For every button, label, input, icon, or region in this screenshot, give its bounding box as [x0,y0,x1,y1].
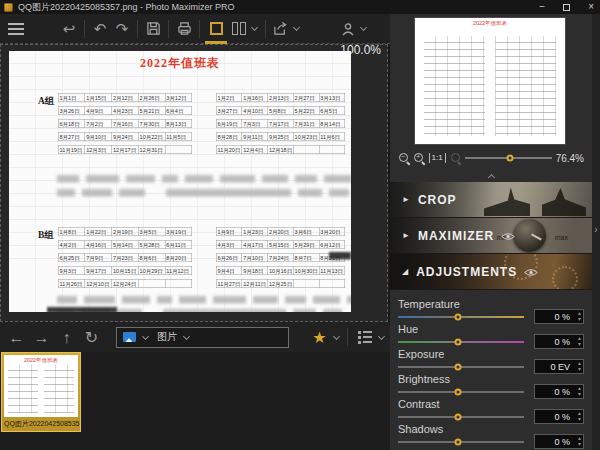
crop-band-art [484,186,530,216]
date-cell: 3月20日 [319,227,345,236]
previous-image-button[interactable]: ← [4,326,29,348]
spinner-arrows-icon[interactable]: ▴▾ [578,360,581,372]
adjustment-slider-handle[interactable] [455,413,462,420]
date-cell: 8月6日 [138,253,165,262]
adjustment-slider[interactable] [398,366,524,368]
minimize-button[interactable]: − [539,2,545,12]
undo-button[interactable]: ↶ [89,18,111,40]
adjustments-visibility-eye-icon[interactable] [524,263,538,281]
adjustment-value-box[interactable]: 0 % ▴▾ [534,409,584,424]
date-cell: 11月26日 [58,279,85,288]
split-view-chevron-icon[interactable] [251,24,258,31]
actual-size-button[interactable]: 1:1 [429,153,446,163]
zoom-in-icon[interactable]: + [413,152,424,164]
date-cell: 1月8日 [58,227,85,236]
date-cell: 6月25日 [58,253,85,262]
adjustment-value-box[interactable]: 0 % ▴▾ [534,434,584,449]
group-a-left-table: 1月1日1月15日2月12日2月26日3月12日3月26日4月9日4月23日5月… [58,93,192,158]
date-cell: 12月25日 [268,279,294,288]
back-button[interactable]: ↩ [58,18,80,40]
menu-icon[interactable] [8,23,24,35]
adjustment-value-box[interactable]: 0 EV ▴▾ [534,359,584,374]
max-label: max [555,234,568,241]
spinner-arrows-icon[interactable]: ▴▾ [578,435,581,447]
favorite-chevron-icon[interactable] [333,332,340,339]
adjustment-slider-handle[interactable] [455,438,462,445]
date-cell [165,279,192,288]
adjustment-value-box[interactable]: 0 % ▴▾ [534,334,584,349]
spinner-arrows-icon[interactable]: ▴▾ [578,410,581,422]
adjustments-label: ADJUSTMENTS [416,265,517,279]
adjustment-slider[interactable] [398,416,524,418]
save-button[interactable] [142,18,164,40]
thumbnail-title: 2022年值班表 [21,356,62,364]
account-chevron-icon[interactable] [360,24,367,31]
adjustment-value: 0 % [535,337,583,347]
adjustment-slider[interactable] [398,341,524,343]
spinner-arrows-icon[interactable]: ▴▾ [578,335,581,347]
favorite-filter-button[interactable]: ★ [307,326,332,348]
share-chevron-icon[interactable] [293,24,300,31]
sort-chevron-icon[interactable] [378,332,385,339]
thumbnail-filename: QQ图片20220425085357... [2,419,80,431]
group-b-label: B组 [38,228,54,241]
date-cell: 4月3日 [216,240,242,249]
adjustment-slider[interactable] [398,441,524,443]
single-view-icon [210,22,223,35]
print-button[interactable] [173,18,195,40]
close-button[interactable]: × [588,2,594,12]
date-cell: 3月13日 [319,93,345,102]
zoom-slider[interactable] [465,157,552,159]
date-cell: 7月3日 [242,119,268,128]
date-cell: 10月30日 [293,266,319,275]
magnifier-icon[interactable] [450,152,461,164]
maximize-button[interactable] [563,4,570,11]
spinner-arrows-icon[interactable]: ▴▾ [578,310,581,322]
date-cell: 6月11日 [165,240,192,249]
panel-collapse-chevron-icon[interactable]: › [594,224,597,235]
panel-collapse-strip[interactable]: › [592,14,600,450]
adjustment-slider-handle[interactable] [455,388,462,395]
adjustment-value-box[interactable]: 0 % ▴▾ [534,309,584,324]
date-cell: 2月13日 [268,93,294,102]
adjustment-slider-handle[interactable] [455,338,462,345]
adjustments-list: Temperature 0 % ▴▾ Hue 0 % ▴▾ Exposure [390,292,592,450]
adjustment-value-box[interactable]: 0 % ▴▾ [534,384,584,399]
date-cell: 12月24日 [112,279,139,288]
split-view-button[interactable] [228,18,250,40]
date-cell: 7月24日 [268,253,294,262]
spinner-arrows-icon[interactable]: ▴▾ [578,385,581,397]
date-cell: 6月18日 [58,119,85,128]
filmstrip: 2022年值班表 QQ图片20220425085357... [0,352,390,450]
date-cell: 4月23日 [112,106,139,115]
image-canvas[interactable]: 100.0% 2022年值班表 A组 1月1日1月15日2月12日2月26日3月… [0,44,388,322]
maximizer-visibility-eye-icon[interactable] [501,227,515,245]
date-cell [319,145,345,154]
adjustment-slider[interactable] [398,316,524,318]
collapse-preview-chevron-icon[interactable] [487,173,494,180]
date-cell: 4月17日 [242,240,268,249]
adjustment-slider-handle[interactable] [455,363,462,370]
refresh-button[interactable]: ↻ [79,326,104,348]
maximizer-section-header[interactable]: min max ► MAXIMIZER [390,218,592,254]
redo-button[interactable]: ↷ [111,18,133,40]
folder-up-button[interactable]: ↑ [54,326,79,348]
schedule-title: 2022年值班表 [9,55,351,71]
file-type-filter-dropdown[interactable]: 图片 [116,327,289,348]
crop-label: CROP [418,193,457,207]
sort-list-button[interactable] [352,326,377,348]
date-cell: 1月2日 [216,93,242,102]
date-cell: 2月26日 [138,93,165,102]
next-image-button[interactable]: → [29,326,54,348]
selected-thumbnail[interactable]: 2022年值班表 QQ图片20220425085357... [1,352,81,432]
zoom-slider-handle[interactable] [507,155,514,162]
account-button[interactable] [337,18,359,40]
navigator-preview[interactable]: 2022年值班表 [415,18,565,144]
crop-section-header[interactable]: ► CROP [390,182,592,218]
single-view-button[interactable] [204,14,228,44]
zoom-out-icon[interactable]: − [398,152,409,164]
adjustment-slider[interactable] [398,391,524,393]
adjustment-slider-handle[interactable] [455,313,462,320]
share-button[interactable] [270,18,292,40]
adjustments-section-header[interactable]: ◢ ADJUSTMENTS [390,254,592,290]
